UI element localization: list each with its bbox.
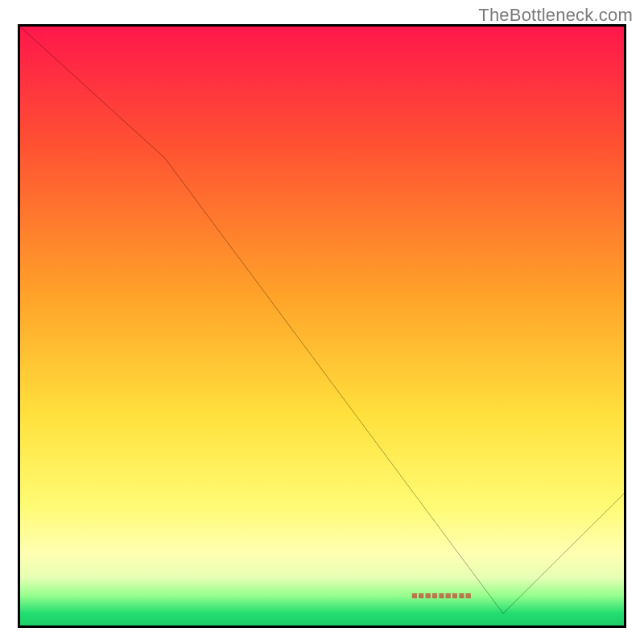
chart-container: TheBottleneck.com ■■■■■■■■■ [0,0,644,644]
series-curve [20,27,624,613]
plot-area: ■■■■■■■■■ [18,24,626,628]
min-region-label: ■■■■■■■■■ [411,589,472,601]
watermark-text: TheBottleneck.com [478,5,633,26]
line-plot [20,27,624,625]
